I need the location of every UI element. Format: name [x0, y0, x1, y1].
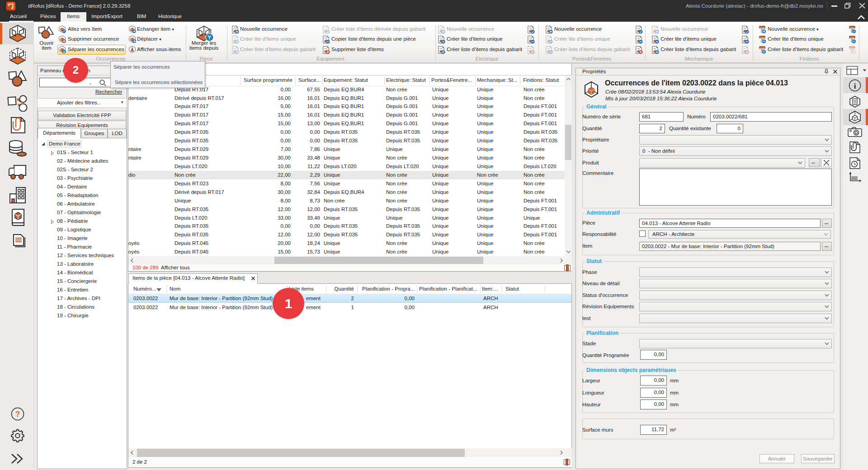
- svg-text:i: i: [854, 82, 856, 90]
- svg-text:?: ?: [15, 410, 20, 418]
